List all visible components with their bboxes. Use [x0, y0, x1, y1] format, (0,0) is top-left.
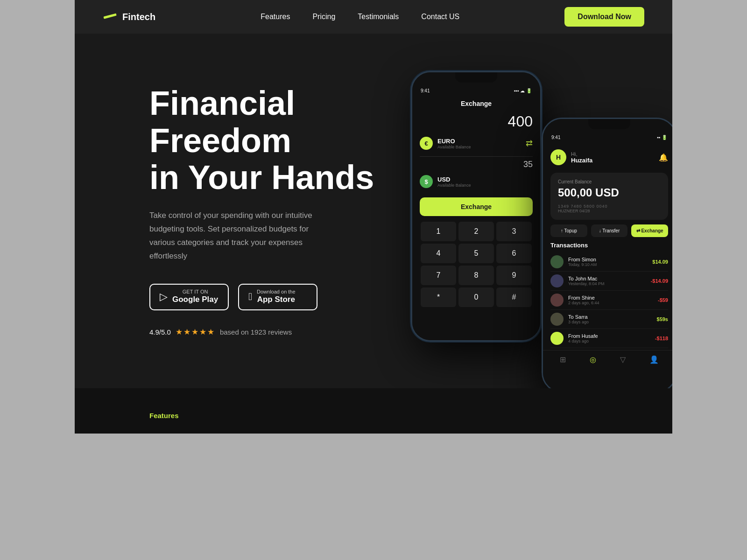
- rating-text: based on 1923 reviews: [220, 328, 292, 336]
- rating-stars: ★★★★★: [176, 327, 215, 337]
- status-bar-front: 9:41 ▪▪ 🔋: [543, 129, 672, 143]
- key-2[interactable]: 2: [458, 222, 494, 241]
- send-nav-icon[interactable]: ▽: [620, 355, 626, 364]
- tx-name-3: To Sarra: [568, 314, 652, 320]
- tx-name-4: From Husafe: [568, 333, 650, 339]
- tx-avatar-3: [550, 313, 564, 326]
- exchange-action-button[interactable]: ⇄ Exchange: [631, 224, 668, 237]
- swap-icon: ⇄: [526, 138, 533, 148]
- nav-link-pricing[interactable]: Pricing: [312, 13, 335, 21]
- transaction-item-3: To Sarra 3 days ago $59s: [550, 310, 668, 329]
- time-back: 9:41: [421, 88, 430, 93]
- tx-date-0: Today, 9:10 AM: [568, 262, 648, 267]
- download-buttons: ▷ GET IT ON Google Play  Download on th…: [149, 284, 411, 310]
- phone-nav-bar: ⊞ ◎ ▽ 👤: [543, 350, 672, 369]
- tx-avatar-4: [550, 332, 564, 345]
- balance-card: Current Balance 500,00 USD 1349 7480 580…: [550, 173, 668, 220]
- card-number: 1349 7480 5800 0040: [558, 204, 608, 209]
- topup-button[interactable]: ↑ Topup: [550, 224, 587, 237]
- brand-icon: [103, 9, 118, 24]
- tx-date-2: 2 days ago, 6:44: [568, 301, 653, 305]
- euro-badge: €: [420, 137, 433, 150]
- tx-amount-1: -$14.09: [651, 278, 668, 284]
- profile-text: Hi, Huzaifa: [571, 151, 592, 164]
- euro-row: € EURO Available Balance ⇄: [412, 132, 540, 154]
- tx-amount-3: $59s: [657, 316, 668, 322]
- greeting: Hi,: [571, 151, 592, 157]
- home-nav-icon[interactable]: ⊞: [560, 355, 566, 364]
- exchange-button[interactable]: Exchange: [420, 197, 533, 216]
- page-wrapper: Fintech Features Pricing Testimonials Co…: [75, 0, 672, 434]
- download-now-button[interactable]: Download Now: [564, 7, 644, 27]
- tx-avatar-0: [550, 255, 564, 268]
- key-6[interactable]: 6: [496, 244, 532, 263]
- tx-avatar-1: [550, 274, 564, 287]
- time-front: 9:41: [551, 135, 560, 140]
- nav-link-contact[interactable]: Contact US: [421, 13, 459, 21]
- key-star[interactable]: *: [421, 287, 456, 307]
- tx-info-0: From Simon Today, 9:10 AM: [568, 257, 648, 267]
- tx-date-3: 3 days ago: [568, 320, 652, 324]
- apple-icon: : [248, 291, 252, 303]
- notification-icon[interactable]: 🔔: [659, 153, 668, 162]
- tx-date-4: 4 days ago: [568, 339, 650, 343]
- key-9[interactable]: 9: [496, 266, 532, 285]
- profile-header: H Hi, Huzaifa 🔔: [543, 143, 672, 169]
- key-7[interactable]: 7: [421, 266, 456, 285]
- usd-info: USD Available Balance: [437, 176, 471, 188]
- tx-amount-4: -$118: [655, 336, 668, 341]
- hero-content: Financial Freedom in Your Hands Take con…: [149, 85, 411, 336]
- key-4[interactable]: 4: [421, 244, 456, 263]
- profile-nav-icon[interactable]: 👤: [649, 355, 659, 364]
- key-8[interactable]: 8: [458, 266, 494, 285]
- phone-notch-front: [588, 119, 630, 129]
- app-store-text: Download on the App Store: [257, 289, 296, 305]
- google-play-button[interactable]: ▷ GET IT ON Google Play: [149, 284, 229, 310]
- usd-row: $ USD Available Balance: [412, 170, 540, 193]
- key-3[interactable]: 3: [496, 222, 532, 241]
- brand-name: Fintech: [122, 12, 155, 22]
- navbar: Fintech Features Pricing Testimonials Co…: [75, 0, 672, 34]
- phone-back: 9:41 ▪▪▪ ☁ 🔋 Exchange 400 € EURO Availab…: [411, 71, 542, 342]
- usd-badge: $: [420, 175, 433, 188]
- nav-links: Features Pricing Testimonials Contact US: [261, 13, 459, 21]
- tx-info-3: To Sarra 3 days ago: [568, 314, 652, 324]
- key-0[interactable]: 0: [458, 287, 494, 307]
- phones-container: 9:41 ▪▪▪ ☁ 🔋 Exchange 400 € EURO Availab…: [402, 62, 672, 379]
- tx-name-1: To John Mac: [568, 276, 646, 281]
- nav-logo[interactable]: Fintech: [103, 9, 155, 24]
- exchange-amount-2: 35: [412, 159, 540, 170]
- exchange-divider: [420, 156, 533, 157]
- nav-link-testimonials[interactable]: Testimonials: [358, 13, 399, 21]
- tx-name-2: From Shine: [568, 295, 653, 301]
- balance-amount: 500,00 USD: [558, 186, 661, 199]
- app-store-button[interactable]:  Download on the App Store: [238, 284, 317, 310]
- phone-notch-back: [455, 72, 497, 83]
- profile-info: H Hi, Huzaifa: [550, 149, 592, 165]
- balance-label: Current Balance: [558, 179, 661, 184]
- numpad: 1 2 3 4 5 6 7 8 9 * 0 #: [412, 221, 540, 308]
- exchange-header: Exchange: [412, 96, 540, 111]
- euro-name: EURO: [437, 138, 471, 145]
- wallet-nav-icon[interactable]: ◎: [590, 355, 596, 364]
- status-bar-back: 9:41 ▪▪▪ ☁ 🔋: [412, 83, 540, 96]
- transaction-item-4: From Husafe 4 days ago -$118: [550, 329, 668, 348]
- tx-info-4: From Husafe 4 days ago: [568, 333, 650, 343]
- tx-amount-0: $14.09: [652, 259, 668, 265]
- key-1[interactable]: 1: [421, 222, 456, 241]
- transaction-item-1: To John Mac Yesterday, 8:04 PM -$14.09: [550, 272, 668, 291]
- transaction-item-2: From Shine 2 days ago, 6:44 -$59: [550, 291, 668, 310]
- key-5[interactable]: 5: [458, 244, 494, 263]
- tx-info-1: To John Mac Yesterday, 8:04 PM: [568, 276, 646, 286]
- transfer-button[interactable]: ↓ Transfer: [591, 224, 628, 237]
- tx-amount-2: -$59: [658, 297, 668, 303]
- nav-link-features[interactable]: Features: [261, 13, 290, 21]
- profile-avatar: H: [550, 149, 566, 165]
- footer-top: Features: [75, 388, 672, 434]
- tx-info-2: From Shine 2 days ago, 6:44: [568, 295, 653, 305]
- tx-date-1: Yesterday, 8:04 PM: [568, 281, 646, 286]
- key-hash[interactable]: #: [496, 287, 532, 307]
- hero-section: Financial Freedom in Your Hands Take con…: [75, 34, 672, 388]
- tx-name-0: From Simon: [568, 257, 648, 262]
- transactions-section: Transactions From Simon Today, 9:10 AM $…: [543, 242, 672, 348]
